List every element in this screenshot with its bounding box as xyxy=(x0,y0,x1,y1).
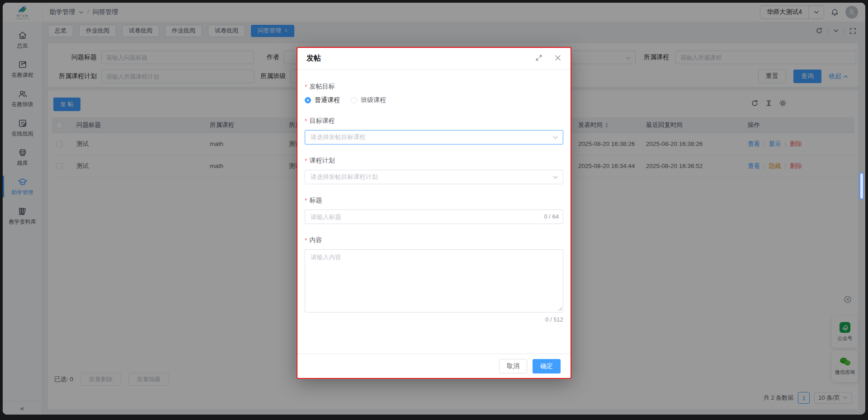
content-char-counter: 0 / 512 xyxy=(305,316,563,323)
radio-class-course[interactable]: 班级课程 xyxy=(351,96,386,104)
new-post-dialog: 发帖 *发帖目标 普通课程 xyxy=(297,47,571,379)
course-plan-select[interactable]: 请选择发帖目标课程计划 xyxy=(305,170,563,184)
chevron-down-icon xyxy=(552,174,558,180)
post-content-label: 内容 xyxy=(309,236,322,244)
textarea-resize-handle[interactable] xyxy=(558,307,562,311)
dialog-body: *发帖目标 普通课程 班级课程 *目标课程 请选择发帖目标课程 xyxy=(297,70,571,323)
dialog-close-icon[interactable] xyxy=(554,54,561,63)
radio-selected-icon xyxy=(305,97,311,103)
dialog-title: 发帖 xyxy=(307,54,321,63)
post-target-label: 发帖目标 xyxy=(309,83,335,91)
post-content-textarea[interactable] xyxy=(305,249,563,313)
radio-normal-course[interactable]: 普通课程 xyxy=(305,96,340,104)
post-title-label: 标题 xyxy=(309,196,322,205)
confirm-button[interactable]: 确定 xyxy=(533,359,561,373)
target-course-label: 目标课程 xyxy=(309,117,335,125)
scrollbar-thumb[interactable] xyxy=(859,173,864,200)
post-title-input[interactable] xyxy=(305,210,563,224)
radio-unselected-icon xyxy=(351,97,357,103)
app-window: 贵兰在线 GUILAN ONLINE 助学管理 / 问答管理 华师大测试4 无 xyxy=(3,3,865,415)
course-plan-placeholder: 请选择发帖目标课程计划 xyxy=(311,173,378,181)
target-course-placeholder: 请选择发帖目标课程 xyxy=(311,133,366,141)
course-plan-label: 课程计划 xyxy=(309,157,335,165)
cancel-button[interactable]: 取消 xyxy=(499,359,527,373)
title-char-counter: 0 / 64 xyxy=(544,213,559,220)
chevron-down-icon xyxy=(552,135,558,140)
dialog-header: 发帖 xyxy=(297,48,571,70)
dialog-expand-icon[interactable] xyxy=(535,54,542,63)
target-course-select[interactable]: 请选择发帖目标课程 xyxy=(305,130,563,145)
dialog-footer: 取消 确定 xyxy=(297,354,571,378)
